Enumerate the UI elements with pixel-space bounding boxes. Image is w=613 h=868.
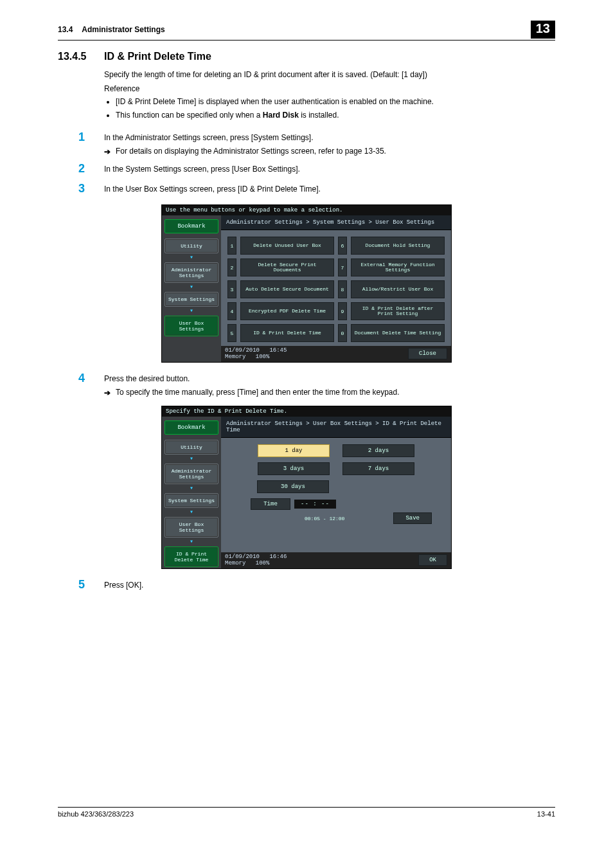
sidebar-item-admin-settings[interactable]: Administrator Settings [164,262,218,283]
status-memory-label: Memory [225,354,245,360]
chevron-down-icon: ▾ [164,485,218,492]
arrow-right-icon: ➔ [104,388,111,397]
step-number: 5 [58,578,104,592]
menu-button[interactable]: Auto Delete Secure Document [240,280,334,298]
time-range-label: 00:05 - 12:00 [305,516,344,521]
menu-button[interactable]: Delete Unused User Box [240,237,334,255]
substep-text: To specify the time manually, press [Tim… [116,388,400,397]
screen-instruction: Specify the ID & Print Delete Time. [162,406,451,417]
sidebar-item-admin-settings[interactable]: Administrator Settings [164,464,218,484]
intro-text: Specify the length of time for deleting … [104,69,555,80]
time-button[interactable]: Time [251,498,290,510]
option-7-days[interactable]: 7 days [342,462,414,475]
chevron-down-icon: ▾ [164,539,218,545]
status-date: 01/09/2010 [225,554,260,560]
ok-button[interactable]: OK [418,554,447,566]
chapter-badge: 13 [531,21,555,39]
menu-button[interactable]: ID & Print Delete Time [240,324,334,342]
breadcrumb: Administrator Settings > User Box Settin… [221,417,451,438]
status-memory-label: Memory [225,560,245,566]
header-section-title: Administrator Settings [82,25,530,34]
sidebar-item-user-box-settings[interactable]: User Box Settings [164,517,218,538]
page-footer: bizhub 423/363/283/223 13-41 [58,807,555,818]
heading-text: ID & Print Delete Time [104,51,211,62]
option-30-days[interactable]: 30 days [257,480,329,493]
reference-label: Reference [104,84,555,93]
step-number: 3 [58,182,104,195]
chevron-down-icon: ▾ [164,255,218,261]
chevron-down-icon: ▾ [164,456,218,462]
sidebar-item-id-print-delete-time[interactable]: ID & Print Delete Time [164,547,218,567]
option-3-days[interactable]: 3 days [258,462,330,475]
reference-bullets: [ID & Print Delete Time] is displayed wh… [104,96,555,122]
footer-right: 13-41 [537,810,555,818]
sidebar-item-utility[interactable]: Utility [164,239,218,253]
save-button[interactable]: Save [393,512,432,524]
bullet-item: [ID & Print Delete Time] is displayed wh… [116,96,555,108]
arrow-right-icon: ➔ [104,147,111,156]
sidebar-item-system-settings[interactable]: System Settings [164,292,218,307]
step-text: In the User Box Settings screen, press [… [104,182,555,195]
status-time: 16:46 [269,554,287,560]
step-text: Press the desired button. [104,372,555,385]
status-date: 01/09/2010 [225,347,260,354]
menu-number: 0 [338,324,347,342]
chevron-down-icon: ▾ [164,509,218,516]
time-display: -- : -- [294,500,336,509]
close-button[interactable]: Close [408,348,447,359]
step-text: Press [OK]. [104,578,555,592]
step-number: 2 [58,162,104,176]
menu-button[interactable]: ID & Print Delete after Print Setting [351,302,445,320]
menu-button[interactable]: Document Hold Setting [351,237,445,255]
menu-button[interactable]: Allow/Restrict User Box [351,280,445,298]
option-1-day[interactable]: 1 day [258,444,330,457]
step-subtext: ➔ To specify the time manually, press [T… [104,388,555,397]
footer-left: bizhub 423/363/283/223 [58,810,134,818]
page-header: 13.4 Administrator Settings 13 [58,21,555,41]
status-bar: 01/09/2010 16:45 Memory 100% [225,347,293,360]
menu-number: 2 [227,258,236,276]
step-number: 4 [58,372,104,385]
menu-button[interactable]: Delete Secure Print Documents [240,258,334,276]
step-number: 1 [58,131,104,144]
menu-button[interactable]: Encrypted PDF Delete Time [240,302,334,320]
bookmark-tab[interactable]: Bookmark [164,219,218,233]
option-2-days[interactable]: 2 days [342,444,414,457]
step-text: In the Administrator Settings screen, pr… [104,131,555,144]
embedded-screenshot-id-print-delete-time: Specify the ID & Print Delete Time. Book… [161,406,452,569]
menu-number: 4 [227,302,236,320]
status-memory: 100% [256,560,270,566]
menu-number: 8 [338,280,347,298]
step-text: In the System Settings screen, press [Us… [104,162,555,176]
menu-number: 7 [338,258,347,276]
chevron-down-icon: ▾ [164,284,218,291]
status-bar: 01/09/2010 16:46 Memory 100% [225,554,293,566]
menu-number: 5 [227,324,236,342]
sidebar-item-utility[interactable]: Utility [164,440,218,455]
menu-number: 3 [227,280,236,298]
embedded-screenshot-user-box-settings: Use the menu buttons or keypad to make a… [161,204,452,363]
chevron-down-icon: ▾ [164,308,218,314]
menu-number: 9 [338,302,347,320]
menu-button[interactable]: External Memory Function Settings [351,258,445,276]
menu-grid: 1 Delete Unused User Box 6 Document Hold… [227,237,445,342]
breadcrumb: Administrator Settings > System Settings… [221,215,451,230]
menu-number: 1 [227,237,236,255]
section-heading: 13.4.5 ID & Print Delete Time [58,51,555,62]
heading-number: 13.4.5 [58,51,104,62]
screen-instruction: Use the menu buttons or keypad to make a… [162,205,451,215]
sidebar-item-user-box-settings[interactable]: User Box Settings [164,316,218,336]
step-subtext: ➔ For details on displaying the Administ… [104,147,555,156]
substep-text: For details on displaying the Administra… [116,147,386,156]
menu-button[interactable]: Document Delete Time Setting [351,324,445,342]
bookmark-tab[interactable]: Bookmark [164,420,218,435]
menu-number: 6 [338,237,347,255]
bullet-item: This function can be specified only when… [116,109,555,122]
status-memory: 100% [256,354,270,360]
header-section-number: 13.4 [58,25,73,34]
status-time: 16:45 [269,347,287,354]
sidebar-item-system-settings[interactable]: System Settings [164,493,218,508]
